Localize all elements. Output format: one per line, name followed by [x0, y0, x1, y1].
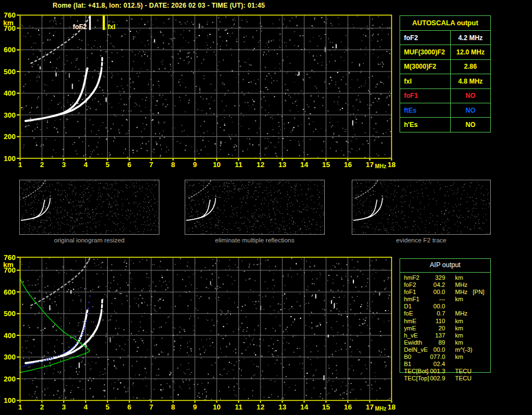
aip-value: 137: [417, 332, 445, 339]
aip-unit: TECU: [455, 375, 472, 382]
svg-text:5: 5: [106, 403, 109, 411]
aip-unit: m^(-3): [455, 346, 472, 353]
parameter-value: 4.8 MHz: [451, 74, 490, 88]
svg-text:18: 18: [387, 161, 395, 169]
aip-label: ymE: [404, 325, 416, 332]
svg-text:2: 2: [40, 161, 44, 169]
aip-row-tecbot: TEC[Bot]001.3TECU: [400, 368, 491, 375]
svg-text:15: 15: [322, 161, 330, 169]
autoscala-app-window: 100200300400500600700760km12345678910111…: [0, 0, 532, 415]
svg-text:500: 500: [4, 68, 16, 76]
svg-text:6: 6: [128, 161, 131, 169]
aip-value: 20: [417, 325, 445, 332]
parameter-value: NO: [451, 103, 490, 117]
svg-text:1: 1: [18, 403, 22, 411]
svg-text:km: km: [3, 19, 14, 27]
aip-unit: km: [455, 339, 463, 346]
svg-text:12: 12: [257, 403, 264, 411]
svg-text:200: 200: [4, 375, 16, 383]
grid: [20, 15, 392, 159]
svg-text:400: 400: [4, 89, 16, 97]
svg-text:12: 12: [257, 161, 264, 169]
thumb-traces: [187, 180, 216, 220]
svg-text:11: 11: [235, 161, 242, 169]
aip-label: foF1: [404, 289, 416, 296]
thumb-noise: [185, 180, 324, 234]
aip-label: hmE: [404, 318, 417, 325]
svg-text:6: 6: [128, 403, 131, 411]
svg-text:14: 14: [300, 161, 308, 169]
autoscala-row-fof1: foF1NO: [400, 89, 490, 103]
svg-text:MHz: MHz: [375, 163, 386, 169]
svg-text:13: 13: [278, 161, 286, 169]
aip-value: 00.0: [417, 303, 445, 310]
X-trace: [364, 201, 382, 218]
svg-text:300: 300: [4, 111, 16, 119]
autoscala-row-ftes: ftEsNO: [400, 103, 490, 118]
profile-ionogram-plot: 100200300400500600700760km12345678910111…: [3, 253, 396, 412]
svg-text:17: 17: [366, 161, 374, 169]
grid: [20, 257, 392, 401]
thumb-border: [352, 180, 491, 235]
aip-extra: [PN]: [473, 289, 484, 296]
thumbnail-2: [185, 180, 325, 235]
svg-text:9: 9: [193, 161, 197, 169]
aip-row-tectop: TEC[Top]002.9TECU: [400, 375, 491, 382]
aip-value: 89: [417, 339, 445, 346]
aip-row-d1: D100.0: [400, 303, 491, 310]
parameter-value: NO: [451, 118, 490, 131]
aip-value: 001.3: [417, 368, 445, 375]
X-trace-top: [101, 58, 102, 71]
svg-text:300: 300: [4, 353, 16, 361]
aip-label: foE: [404, 310, 413, 317]
aip-label: B0: [404, 353, 411, 361]
svg-text:14: 14: [300, 403, 308, 411]
aip-unit: km: [455, 325, 463, 332]
autoscala-row-hes: h'EsNO: [400, 118, 490, 131]
aip-unit: MHz: [455, 289, 468, 296]
X-trace: [32, 201, 49, 218]
aip-value: 002.9: [417, 375, 445, 382]
second-hop-echo: [31, 258, 90, 305]
svg-text:km: km: [3, 261, 14, 269]
aip-unit: km: [455, 318, 463, 325]
svg-text:16: 16: [344, 161, 352, 169]
aip-unit: MHz: [455, 281, 468, 289]
O-trace: [21, 200, 45, 220]
aip-row-hmf1: hmF1---km: [400, 296, 491, 303]
parameter-value: 12.0 MHz: [451, 45, 490, 59]
thumb-border: [20, 180, 159, 235]
parameter-label: foF2: [400, 31, 451, 45]
aip-row-b1: B102.4: [400, 361, 491, 368]
aip-row-yme: ymE20km: [400, 325, 491, 332]
autoscala-row-m3000f2: M(3000)F22.86: [400, 60, 490, 74]
parameter-value: NO: [451, 89, 490, 103]
aip-unit: km: [455, 353, 463, 361]
X-trace-top: [50, 196, 51, 201]
svg-text:MHz: MHz: [375, 406, 386, 412]
svg-text:10: 10: [213, 403, 220, 411]
X-trace-top: [101, 300, 102, 313]
parameter-label: fxI: [400, 74, 451, 88]
svg-text:400: 400: [4, 331, 16, 340]
svg-text:13: 13: [278, 403, 286, 411]
aip-table-rows: hmF2329kmfoF204.2MHzfoF100.0MHz[PN]hmF1-…: [400, 274, 491, 382]
svg-text:fxI: fxI: [108, 23, 115, 31]
svg-text:18: 18: [387, 403, 395, 411]
axis-labels: 100200300400500600700760km12345678910111…: [3, 253, 396, 412]
O-trace: [187, 200, 210, 220]
thumb-noise: [352, 180, 490, 234]
autoscala-table-rows: foF24.2 MHzMUF(3000)F212.0 MHzM(3000)F22…: [400, 31, 490, 132]
aip-value: 04.2: [417, 281, 445, 289]
main-ionogram-plot: 100200300400500600700760km12345678910111…: [3, 11, 396, 169]
aip-value: 02.4: [417, 361, 445, 368]
aip-value: 0.7: [417, 310, 445, 317]
thumb-border: [185, 180, 325, 235]
autoscala-row-fxi: fxI4.8 MHz: [400, 74, 490, 88]
aip-table-title: AIP output: [400, 261, 491, 269]
svg-text:200: 200: [4, 132, 16, 141]
svg-text:4: 4: [84, 403, 88, 411]
svg-text:7: 7: [149, 403, 153, 411]
thumbnail-caption-original: original ionogram resized: [19, 237, 159, 244]
aip-unit: km: [455, 332, 463, 339]
